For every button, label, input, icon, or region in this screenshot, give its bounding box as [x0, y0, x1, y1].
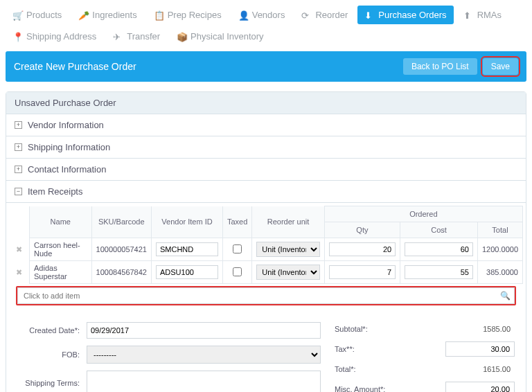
download-icon: ⬇ — [364, 10, 374, 20]
tab-products[interactable]: 🛒Products — [6, 6, 69, 24]
refresh-icon: ⟳ — [301, 10, 311, 20]
tab-transfer[interactable]: ✈Transfer — [106, 27, 167, 46]
add-item-input[interactable] — [17, 287, 515, 304]
tax-label: Tax**: — [335, 345, 355, 353]
note-icon: 📋 — [154, 10, 163, 20]
col-cost: Cost — [400, 222, 478, 238]
delete-row-icon[interactable]: ✖ — [13, 245, 25, 253]
collapse-icon: − — [15, 188, 22, 195]
items-table-wrap: Name SKU/Barcode Vendor Item ID Taxed Re… — [6, 203, 526, 312]
taxed-checkbox[interactable] — [233, 244, 242, 253]
fob-label: FOB: — [17, 350, 87, 359]
shipping-terms-input[interactable] — [87, 371, 321, 392]
tax-input[interactable] — [445, 341, 515, 357]
unsaved-header: Unsaved Purchase Order — [6, 92, 526, 114]
tab-purchase-orders[interactable]: ⬇Purchase Orders — [357, 6, 453, 24]
acc-vendor-info[interactable]: +Vendor Information — [6, 114, 526, 136]
box-icon: 📦 — [177, 32, 186, 42]
table-row: ✖ Carrson heel- Nude 100000057421 Unit (… — [9, 238, 523, 261]
acc-shipping-info[interactable]: +Shipping Information — [6, 136, 526, 159]
vendor-item-input[interactable] — [156, 265, 218, 279]
cost-input[interactable] — [405, 242, 473, 256]
subtotal-value: 1585.00 — [445, 322, 515, 336]
table-row: ✖ Adidas Superstar 100084567842 Unit (In… — [9, 261, 523, 284]
tab-reorder[interactable]: ⟳Reorder — [294, 6, 355, 24]
col-reorder: Reorder unit — [252, 206, 324, 238]
qty-input[interactable] — [329, 242, 396, 256]
tab-physical-inventory[interactable]: 📦Physical Inventory — [170, 27, 271, 46]
col-total: Total — [477, 222, 522, 238]
po-panel: Unsaved Purchase Order +Vendor Informati… — [6, 91, 526, 392]
add-item-box: 🔍 — [16, 286, 516, 305]
top-nav: 🛒Products 🥕Ingredients 📋Prep Recipes 👤Ve… — [6, 6, 526, 46]
fob-select[interactable]: --------- — [87, 346, 321, 364]
total-value: 1615.00 — [445, 362, 515, 376]
page-header: Create New Purchase Order Back to PO Lis… — [6, 51, 526, 82]
expand-icon: + — [15, 166, 22, 173]
expand-icon: + — [15, 143, 22, 151]
tab-vendors[interactable]: 👤Vendors — [231, 6, 292, 24]
tab-shipping-address[interactable]: 📍Shipping Address — [6, 27, 103, 46]
po-footer: Created Date*: FOB:--------- Shipping Te… — [6, 312, 526, 392]
items-table: Name SKU/Barcode Vendor Item ID Taxed Re… — [9, 206, 523, 284]
page-title: Create New Purchase Order — [14, 61, 136, 72]
col-taxed: Taxed — [222, 206, 251, 238]
search-icon: 🔍 — [500, 291, 511, 301]
created-date-input[interactable] — [87, 322, 321, 339]
col-vendor-item: Vendor Item ID — [151, 206, 222, 238]
total-label: Total*: — [335, 365, 356, 373]
col-qty: Qty — [324, 222, 400, 238]
subtotal-label: Subtotal*: — [335, 325, 368, 333]
delete-row-icon[interactable]: ✖ — [13, 268, 25, 276]
acc-contact-info[interactable]: +Contact Information — [6, 159, 526, 181]
tab-rmas[interactable]: ⬆RMAs — [456, 6, 508, 24]
cart-icon: 🛒 — [12, 10, 22, 20]
misc-label: Misc. Amount*: — [335, 385, 385, 392]
qty-input[interactable] — [329, 265, 396, 279]
reorder-unit-select[interactable]: Unit (Inventory Unit) — [256, 265, 319, 280]
cost-input[interactable] — [405, 265, 473, 279]
expand-icon: + — [15, 121, 22, 129]
col-name: Name — [30, 206, 92, 238]
carrot-icon: 🥕 — [78, 10, 88, 20]
col-ordered-group: Ordered — [324, 206, 522, 222]
tab-prep-recipes[interactable]: 📋Prep Recipes — [147, 6, 229, 24]
reorder-unit-select[interactable]: Unit (Inventory Unit) — [256, 242, 319, 257]
upload-icon: ⬆ — [463, 10, 473, 20]
shipping-terms-label: Shipping Terms: — [17, 379, 87, 387]
transfer-icon: ✈ — [113, 32, 123, 42]
vendor-item-input[interactable] — [156, 242, 218, 256]
col-sku: SKU/Barcode — [91, 206, 151, 238]
person-icon: 👤 — [238, 10, 248, 20]
save-button[interactable]: Save — [483, 58, 518, 75]
misc-input[interactable] — [445, 382, 515, 392]
back-to-po-list-button[interactable]: Back to PO List — [403, 58, 477, 75]
tab-ingredients[interactable]: 🥕Ingredients — [71, 6, 143, 24]
header-actions: Back to PO List Save — [403, 58, 518, 75]
pin-icon: 📍 — [12, 32, 22, 42]
acc-item-receipts[interactable]: −Item Receipts — [6, 181, 526, 203]
taxed-checkbox[interactable] — [233, 267, 242, 276]
created-date-label: Created Date*: — [17, 326, 87, 335]
